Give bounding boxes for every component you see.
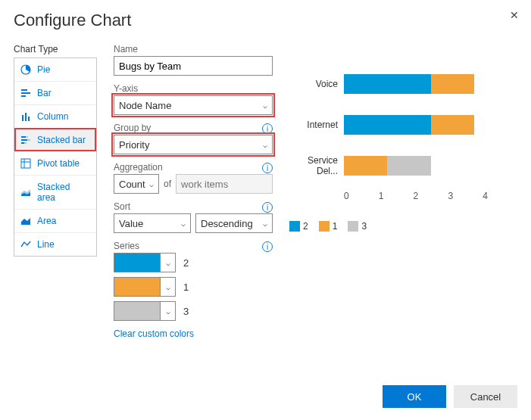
info-icon[interactable]: i <box>262 241 273 252</box>
area-icon <box>20 216 31 226</box>
chart-x-axis: 01234 <box>344 191 517 201</box>
clear-colors-link[interactable]: Clear custom colors <box>114 328 194 339</box>
svg-rect-10 <box>27 139 30 141</box>
type-stacked-bar[interactable]: Stacked bar <box>14 128 96 151</box>
sort-field-select[interactable]: Value ⌵ <box>114 213 191 233</box>
type-stacked-area[interactable]: Stacked area <box>14 175 96 209</box>
svg-rect-6 <box>28 117 30 121</box>
chart-category-label: Internet <box>289 120 344 130</box>
svg-rect-13 <box>21 159 30 168</box>
yaxis-label: Y-axis <box>114 83 273 94</box>
chevron-down-icon: ⌵ <box>263 141 267 149</box>
close-icon[interactable]: ✕ <box>510 9 519 21</box>
series-name: 2 <box>183 257 189 269</box>
type-label: Bar <box>37 88 52 98</box>
series-color-select[interactable]: ⌵ <box>114 301 176 321</box>
svg-rect-3 <box>21 95 26 97</box>
series-color-select[interactable]: ⌵ <box>114 253 176 272</box>
ok-button[interactable]: OK <box>383 385 446 408</box>
dialog-title: Configure Chart <box>14 11 517 30</box>
chart-bar <box>344 115 517 135</box>
chevron-down-icon: ⌵ <box>166 283 170 291</box>
legend-label: 2 <box>303 221 308 232</box>
svg-rect-1 <box>21 89 27 91</box>
chart-category-label: Service Del... <box>289 155 344 176</box>
svg-rect-2 <box>21 92 30 94</box>
sort-dir-select[interactable]: Descending ⌵ <box>195 213 273 233</box>
svg-rect-8 <box>26 136 28 138</box>
chart-tick: 0 <box>344 191 379 201</box>
series-row: ⌵3 <box>114 301 273 321</box>
type-label: Column <box>37 111 68 122</box>
chevron-down-icon: ⌵ <box>263 219 267 228</box>
chart-tick: 3 <box>448 191 483 201</box>
sort-label: Sort <box>114 201 130 212</box>
type-label: Line <box>37 239 55 250</box>
type-pivot[interactable]: Pivot table <box>14 151 96 175</box>
chart-bar <box>344 74 517 94</box>
type-column[interactable]: Column <box>14 104 96 128</box>
column-icon <box>20 111 31 122</box>
pie-icon <box>20 64 31 75</box>
cancel-button[interactable]: Cancel <box>454 385 517 408</box>
color-swatch <box>114 254 160 272</box>
chart-legend: 213 <box>289 221 517 232</box>
type-line[interactable]: Line <box>14 232 96 256</box>
chart-row: Service Del... <box>289 145 517 186</box>
stacked-bar-icon <box>20 135 31 145</box>
chart-tick: 4 <box>483 191 517 201</box>
name-input[interactable] <box>114 56 273 76</box>
sort-value: Value <box>119 218 143 229</box>
legend-swatch <box>289 221 300 232</box>
info-icon[interactable]: i <box>262 202 273 213</box>
chevron-down-icon: ⌵ <box>166 307 170 316</box>
agg-target-input[interactable] <box>176 174 273 194</box>
chevron-down-icon: ⌵ <box>149 180 154 188</box>
yaxis-select[interactable]: Node Name ⌵ <box>114 95 273 115</box>
type-pie[interactable]: Pie <box>14 58 96 81</box>
type-label: Pie <box>37 64 50 75</box>
stacked-area-icon <box>20 187 31 198</box>
chart-segment <box>344 156 387 176</box>
svg-rect-4 <box>22 115 23 121</box>
chart-segment <box>344 115 431 135</box>
svg-rect-5 <box>25 113 27 121</box>
type-bar[interactable]: Bar <box>14 81 96 104</box>
legend-swatch <box>348 221 358 232</box>
agg-of: of <box>164 179 171 189</box>
chart-bar <box>344 156 517 176</box>
series-row: ⌵1 <box>114 277 273 297</box>
agg-label: Aggregation <box>114 162 163 173</box>
name-label: Name <box>114 44 273 54</box>
agg-select[interactable]: Count ⌵ <box>114 174 159 194</box>
chart-segment <box>344 74 431 94</box>
group-value: Priority <box>119 139 149 151</box>
type-area[interactable]: Area <box>14 209 96 232</box>
chart-segment <box>431 74 474 94</box>
series-label: Series <box>114 241 139 251</box>
chart-tick: 1 <box>379 191 414 201</box>
info-icon[interactable]: i <box>262 123 273 134</box>
series-color-select[interactable]: ⌵ <box>114 277 176 297</box>
bar-icon <box>20 88 31 98</box>
legend-label: 1 <box>333 221 338 232</box>
info-icon[interactable]: i <box>262 163 273 173</box>
type-label: Area <box>37 216 56 226</box>
chart-type-list: Pie Bar Column Stacked bar <box>14 58 97 257</box>
svg-rect-11 <box>21 142 24 144</box>
svg-rect-9 <box>21 139 27 141</box>
color-swatch <box>114 278 160 296</box>
chevron-down-icon: ⌵ <box>166 259 170 267</box>
type-label: Stacked area <box>37 182 90 203</box>
agg-value: Count <box>119 179 145 190</box>
pivot-icon <box>20 158 31 169</box>
yaxis-value: Node Name <box>119 100 171 111</box>
legend-item: 3 <box>348 221 367 232</box>
color-swatch <box>114 302 160 320</box>
group-select[interactable]: Priority ⌵ <box>114 135 273 154</box>
legend-item: 1 <box>319 221 338 232</box>
legend-swatch <box>319 221 330 232</box>
legend-label: 3 <box>361 221 367 232</box>
chart-row: Voice <box>289 64 517 104</box>
chart-segment <box>387 156 430 176</box>
